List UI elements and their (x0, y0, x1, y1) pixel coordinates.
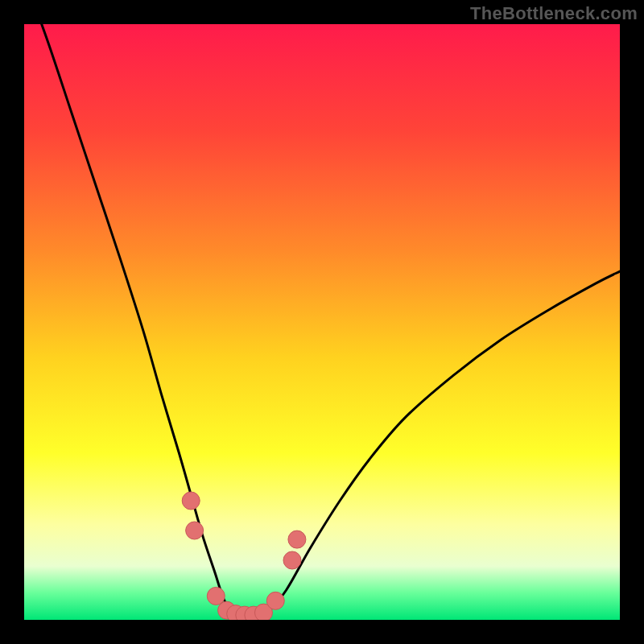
chart-frame: TheBottleneck.com (0, 0, 644, 644)
data-points (182, 492, 306, 620)
data-point-p2 (186, 522, 204, 539)
data-point-p9 (266, 592, 284, 609)
data-point-p3 (207, 587, 225, 605)
chart-svg (24, 24, 620, 620)
data-point-p11 (288, 530, 306, 548)
bottleneck-curve (24, 24, 620, 617)
data-point-p1 (182, 492, 200, 510)
plot-area (24, 24, 620, 620)
watermark-text: TheBottleneck.com (470, 3, 638, 24)
data-point-p10 (283, 551, 301, 569)
